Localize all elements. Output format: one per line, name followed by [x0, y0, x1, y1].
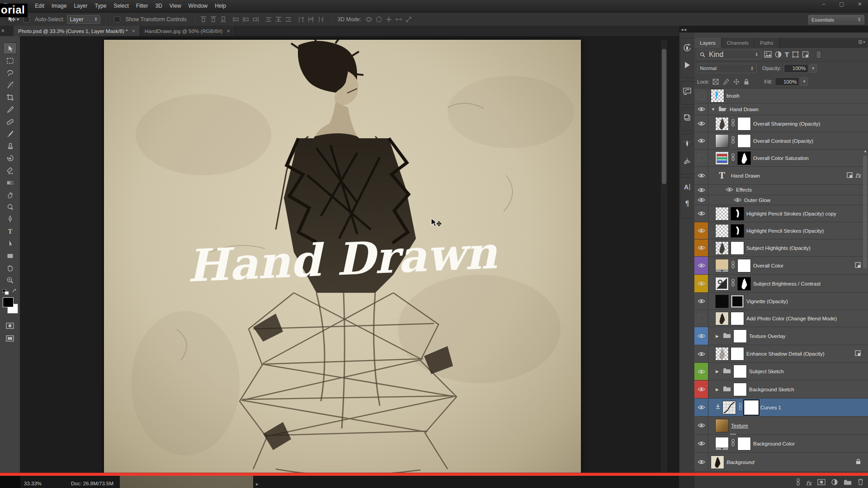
layer-visibility-toggle[interactable] — [694, 239, 708, 256]
layer-visibility-toggle[interactable] — [694, 435, 708, 452]
mask-link-icon[interactable] — [731, 119, 735, 128]
layer-row-body[interactable]: Texture — [708, 417, 868, 434]
layer-row-overall-color[interactable]: Overall Color — [694, 257, 868, 275]
footer-group-icon[interactable] — [844, 479, 852, 487]
crop-tool[interactable] — [3, 91, 17, 103]
layer-name[interactable]: Overall Contrast (Opacity) — [753, 138, 813, 144]
layer-row-curves-1[interactable]: Curves 1 — [694, 399, 868, 417]
layer-row-body[interactable]: Overall Contrast (Opacity) — [708, 132, 868, 149]
zoom-tool[interactable] — [3, 274, 17, 286]
blend-mode-dropdown[interactable]: Normal⇕ — [697, 64, 757, 73]
layer-row-overall-contrast-opacity[interactable]: Overall Contrast (Opacity) — [694, 132, 868, 150]
mask-link-icon[interactable] — [738, 403, 742, 412]
hand-tool[interactable] — [3, 262, 17, 274]
layer-mask-thumbnail[interactable] — [731, 242, 744, 254]
menu-item-type[interactable]: Type — [91, 0, 110, 12]
pen-tool[interactable] — [3, 213, 17, 225]
layer-row-background-sketch[interactable]: ▶Background Sketch — [694, 380, 868, 399]
layer-row-body[interactable]: Highlight Pencil Strokes (Opacity) — [708, 222, 868, 239]
layer-row-body[interactable]: Subject Brightness / Contrast — [708, 275, 868, 292]
align-distribute-icon-1[interactable] — [198, 15, 208, 23]
layer-visibility-toggle[interactable] — [694, 275, 708, 292]
brush-settings-panel-icon[interactable] — [681, 137, 693, 150]
menu-item-window[interactable]: Window — [185, 0, 212, 12]
layer-name[interactable]: Enhance Shadow Detail (Opacity) — [746, 351, 825, 357]
mask-link-icon[interactable] — [731, 261, 735, 270]
layer-row-body[interactable]: Overall Color Saturation — [708, 150, 868, 166]
clone-source-panel-icon[interactable] — [681, 155, 693, 167]
default-colors-icon[interactable] — [2, 289, 9, 296]
filter-toggle-switch[interactable] — [816, 51, 821, 59]
magic-wand-tool[interactable] — [3, 79, 17, 91]
eraser-tool[interactable] — [3, 164, 17, 176]
align-distribute-icon-6[interactable] — [251, 15, 261, 23]
group-expand-caret[interactable]: ▼ — [711, 107, 716, 112]
mask-link-icon[interactable] — [731, 279, 735, 288]
layers-scrollbar-thumb[interactable] — [863, 155, 867, 268]
adjustments-panel-icon[interactable] — [681, 85, 693, 98]
move-tool[interactable] — [3, 42, 17, 54]
layer-name[interactable]: brush — [726, 93, 740, 99]
layer-name[interactable]: Texture Overlay — [749, 333, 786, 339]
layer-thumbnail[interactable] — [716, 312, 728, 325]
statusbar-arrow[interactable]: ▸ — [256, 481, 259, 487]
footer-fx-icon[interactable]: fx — [806, 479, 811, 487]
layer-row-body[interactable]: Highlight Pencil Strokes (Opacity) copy — [708, 205, 868, 222]
align-distribute-icon-9[interactable] — [283, 15, 293, 23]
workspace-switcher[interactable]: Essentials⇕ — [808, 15, 864, 24]
mask-link-icon[interactable] — [731, 136, 735, 145]
fill-dropdown-button[interactable]: ▼ — [800, 77, 808, 86]
layer-row-hand-drawn[interactable]: ▼Hand Drawn — [694, 103, 868, 115]
layer-row-vignette-opacity[interactable]: Vignette (Opacity) — [694, 293, 868, 310]
tab-close-icon[interactable]: × — [226, 29, 230, 33]
layer-visibility-toggle[interactable] — [694, 453, 708, 471]
auto-select-dropdown[interactable]: Layer⇕ — [67, 15, 100, 24]
layer-row-highlight-pencil-strokes-opacity-copy[interactable]: Highlight Pencil Strokes (Opacity) copy — [694, 205, 868, 222]
layer-row-background[interactable]: Background — [694, 453, 868, 472]
layer-mask-thumbnail[interactable] — [734, 383, 746, 396]
panel-tab-layers[interactable]: Layers — [694, 38, 722, 48]
layer-mask-thumbnail[interactable] — [731, 207, 744, 220]
layer-row-effects[interactable]: Effects — [694, 185, 868, 195]
layer-thumbnail[interactable] — [716, 207, 728, 220]
layer-mask-thumbnail[interactable] — [738, 152, 750, 164]
layer-row-brush[interactable]: brush — [694, 89, 868, 103]
minimize-button[interactable]: – — [818, 1, 829, 8]
layer-row-body[interactable]: Vignette (Opacity) — [708, 293, 868, 310]
dock-collapse-chevrons[interactable]: ◀◀ — [681, 28, 687, 32]
footer-adjustment-icon[interactable] — [831, 479, 838, 487]
align-distribute-icon-3[interactable] — [218, 15, 228, 23]
character-panel-icon[interactable]: A — [681, 181, 693, 193]
marquee-tool[interactable] — [3, 55, 17, 66]
menu-item-image[interactable]: Image — [48, 0, 70, 12]
layers-scroll-up-arrow[interactable]: ▲ — [863, 149, 867, 153]
eyedropper-tool[interactable] — [3, 103, 17, 115]
layer-name[interactable]: Background Color — [753, 441, 795, 446]
text-layer-icon[interactable]: T — [716, 170, 728, 181]
3d-mode-icon-1[interactable] — [364, 15, 374, 23]
layer-row-body[interactable]: Add Photo Color (Change Blend Mode) — [708, 310, 868, 327]
fill-value[interactable]: 100% — [775, 77, 799, 86]
layer-thumbnail[interactable] — [716, 135, 728, 147]
document-tab[interactable]: Photo.psd @ 33.3% (Curves 1, Layer Mask/… — [14, 26, 140, 36]
layer-visibility-toggle[interactable] — [694, 195, 708, 205]
layer-name[interactable]: Highlight Pencil Strokes (Opacity) — [746, 228, 824, 234]
canvas-area[interactable]: Hand Drawn ▲ — [20, 36, 669, 488]
layer-row-body[interactable]: ▶Subject Sketch — [708, 363, 868, 380]
layer-thumbnail[interactable] — [716, 259, 728, 272]
screen-mode-button[interactable] — [3, 333, 17, 344]
layer-name[interactable]: Subject Highlights (Opacity) — [746, 245, 811, 251]
layer-thumbnail[interactable] — [711, 89, 724, 102]
layer-name[interactable]: Hand Drawn — [731, 173, 760, 178]
menu-item-edit[interactable]: Edit — [31, 0, 48, 12]
tab-close-icon[interactable]: × — [132, 29, 135, 33]
layer-thumbnail[interactable] — [716, 437, 728, 450]
layer-row-background-color[interactable]: Background Color — [694, 435, 868, 453]
layer-name[interactable]: Effects — [736, 187, 752, 192]
document-canvas[interactable]: Hand Drawn — [104, 40, 581, 488]
layer-thumbnail[interactable] — [711, 456, 724, 469]
layer-row-body[interactable]: Background Color — [708, 435, 868, 452]
effect-eye-icon[interactable] — [734, 196, 741, 204]
layer-visibility-toggle[interactable] — [694, 327, 708, 345]
footer-link-icon[interactable] — [796, 478, 800, 488]
